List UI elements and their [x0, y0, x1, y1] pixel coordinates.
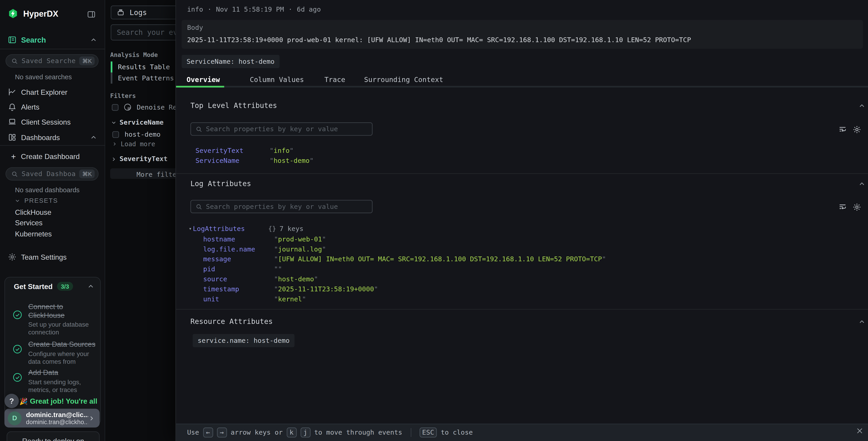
load-more-link[interactable]: Load more [112, 140, 155, 148]
facet-severitytext-header[interactable]: SeverityText [111, 155, 167, 163]
attribute-value[interactable]: 2025-11-11T23:58:19+0000 [274, 285, 378, 293]
get-started-item[interactable]: Add Data Start sending logs, metrics, or… [13, 368, 96, 393]
close-icon[interactable] [856, 427, 863, 435]
esc-key[interactable]: ESC [420, 428, 437, 438]
sidebar-item-search[interactable]: Search [8, 35, 97, 45]
log-attributes-search-input[interactable]: Search properties by key or value [190, 200, 373, 213]
gear-icon[interactable] [852, 203, 861, 212]
tab-surrounding-context[interactable]: Surrounding Context [364, 76, 443, 84]
facet-checkbox[interactable] [113, 131, 119, 138]
create-dashboard-label: Create Dashboard [21, 152, 80, 160]
attribute-row: log.file.name journal.log [203, 245, 326, 253]
denoise-icon [123, 103, 132, 111]
resource-service-chip[interactable]: service.name: host-demo [193, 334, 294, 347]
attribute-value[interactable]: journal.log [274, 245, 326, 253]
braces-icon: {} [268, 225, 276, 233]
attribute-key[interactable]: message [203, 255, 274, 263]
preset-services[interactable]: Services [15, 219, 42, 227]
severity-text: info [187, 5, 203, 13]
gear-icon[interactable] [852, 125, 861, 134]
tab-overview[interactable]: Overview [186, 76, 220, 84]
sidebar-item-label: Team Settings [21, 253, 66, 261]
service-name-chip[interactable]: ServiceName: host-demo [182, 55, 279, 68]
hint-use: Use [187, 429, 199, 436]
caret-down-icon: ▾ [189, 226, 192, 231]
user-menu[interactable]: D dominic.tran@clic... dominic.tran@clic… [4, 409, 99, 428]
j-key[interactable]: j [300, 428, 310, 438]
tab-bar: Overview Column Values Trace Surrounding… [186, 76, 443, 84]
analysis-mode-label: Analysis Mode [110, 52, 158, 59]
preset-kubernetes[interactable]: Kubernetes [15, 230, 52, 238]
collapse-section-icon[interactable] [858, 318, 866, 325]
wrap-lines-icon[interactable] [838, 125, 847, 134]
get-started-item[interactable]: Connect to ClickHouse Set up your databa… [13, 302, 96, 336]
preset-clickhouse[interactable]: ClickHouse [15, 208, 52, 216]
facet-servicename-header[interactable]: ServiceName [111, 118, 163, 126]
tab-column-values[interactable]: Column Values [250, 76, 304, 84]
help-button[interactable]: ? [4, 394, 19, 408]
collapse-section-icon[interactable] [858, 180, 866, 188]
attribute-value[interactable]: kernel [274, 295, 306, 303]
attribute-value[interactable] [274, 265, 282, 273]
attribute-key[interactable]: timestamp [203, 285, 274, 293]
attribute-key[interactable]: source [203, 275, 274, 283]
attribute-tree-root[interactable]: ▾ LogAttributes {} 7 keys [189, 225, 304, 233]
presets-toggle[interactable]: PRESETS [14, 197, 58, 204]
chevron-right-icon [112, 141, 117, 147]
attribute-root-key: LogAttributes [193, 225, 268, 233]
tab-trace[interactable]: Trace [324, 76, 345, 84]
attribute-row: hostname prod-web-01 [203, 235, 326, 243]
attribute-key[interactable]: ServiceName [195, 157, 270, 165]
attribute-value[interactable]: info [270, 147, 293, 154]
sidebar-item-label: Dashboards [21, 133, 60, 142]
gear-icon [8, 253, 17, 262]
attribute-value[interactable]: [UFW ALLOW] IN=eth0 OUT= MAC= SRC=192.16… [274, 255, 606, 263]
chevron-down-icon [111, 119, 117, 125]
body-log-line[interactable]: 2025-11-11T23:58:19+0000 prod-web-01 ker… [187, 36, 860, 44]
sidebar-item-chart-explorer[interactable]: Chart Explorer [8, 87, 67, 96]
attribute-value[interactable]: host-demo [274, 275, 318, 283]
attribute-key[interactable]: log.file.name [203, 245, 274, 253]
wrap-lines-icon[interactable] [838, 203, 847, 212]
get-started-item-title: Connect to ClickHouse [28, 302, 96, 319]
collapse-sidebar-icon[interactable] [87, 10, 96, 19]
search-section-icon [8, 35, 17, 45]
collapse-section-icon[interactable] [858, 102, 866, 110]
sidebar-item-client-sessions[interactable]: Client Sessions [8, 117, 70, 126]
sidebar-item-team-settings[interactable]: Team Settings [8, 253, 67, 262]
create-dashboard-button[interactable]: + Create Dashboard [11, 152, 80, 161]
attribute-key[interactable]: SeverityText [195, 147, 270, 154]
denoise-checkbox[interactable] [112, 104, 118, 111]
facet-value-host-demo[interactable]: host-demo [113, 131, 161, 139]
bell-icon [8, 102, 17, 111]
check-circle-icon [13, 310, 22, 319]
get-started-card: Get Started 3/3 Connect to ClickHouse Se… [4, 277, 101, 425]
attribute-key[interactable]: unit [203, 295, 274, 303]
log-attributes-search-placeholder: Search properties by key or value [206, 203, 338, 210]
shortcut-badge: ⌘K [80, 170, 95, 178]
sidebar-item-label: Alerts [21, 103, 39, 111]
top-level-search-input[interactable]: Search properties by key or value [190, 122, 373, 136]
saved-dashboards-input[interactable]: Saved Dashboards ⌘K [5, 167, 98, 180]
k-key[interactable]: k [286, 428, 297, 438]
brand[interactable]: HyperDX [8, 8, 58, 19]
sidebar-item-dashboards[interactable]: Dashboards [8, 133, 97, 142]
sidebar-item-label: Search [21, 36, 46, 44]
deploy-banner[interactable]: Ready to deploy on [7, 432, 99, 441]
sidebar-item-alerts[interactable]: Alerts [8, 102, 39, 111]
saved-searches-input[interactable]: Saved Searches ⌘K [5, 54, 98, 67]
attribute-value[interactable]: prod-web-01 [274, 235, 326, 243]
top-level-attributes-title: Top Level Attributes [190, 101, 277, 110]
chevron-up-icon[interactable] [87, 283, 95, 290]
attribute-value[interactable]: host-demo [270, 157, 314, 165]
user-email: dominic.tran@clickho... [26, 419, 88, 425]
attribute-key[interactable]: hostname [203, 235, 274, 243]
arrow-left-key[interactable]: ← [203, 428, 213, 438]
divider [0, 49, 105, 49]
get-started-item[interactable]: Create Data Sources Configure where your… [13, 340, 96, 365]
arrow-right-key[interactable]: → [217, 428, 227, 438]
shortcut-badge: ⌘K [80, 57, 95, 65]
attribute-key[interactable]: pid [203, 265, 274, 273]
facet-label: SeverityText [120, 155, 167, 163]
check-circle-icon [13, 373, 22, 382]
